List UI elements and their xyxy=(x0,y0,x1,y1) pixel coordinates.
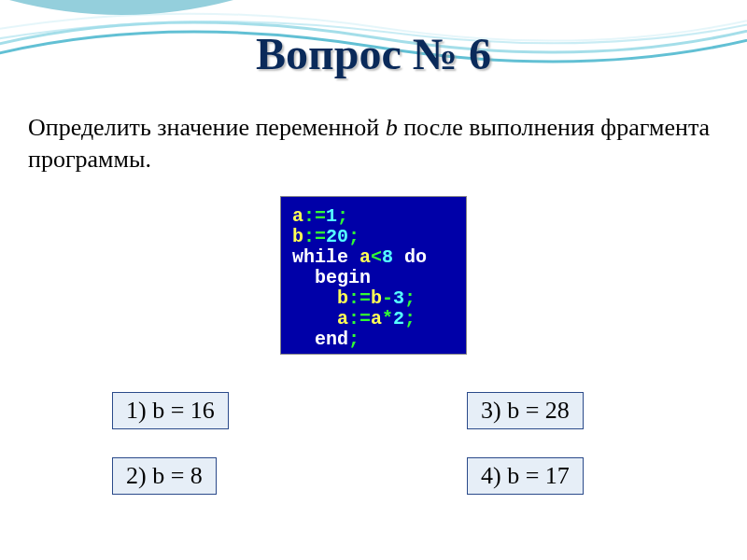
code-snippet: a:=1; b:=20; while a<8 do begin b:=b-3; … xyxy=(280,196,467,355)
code-line-5: b:=b-3; xyxy=(292,288,455,309)
code-line-3: while a<8 do xyxy=(292,247,455,268)
question-variable: b xyxy=(386,114,398,141)
code-line-7: end; xyxy=(292,329,455,350)
answer-option-4[interactable]: 4) b = 17 xyxy=(467,457,584,495)
answer-option-3[interactable]: 3) b = 28 xyxy=(467,392,584,429)
code-line-1: a:=1; xyxy=(292,206,455,227)
question-part1: Определить значение переменной xyxy=(28,114,386,141)
slide-title: Вопрос № 6 xyxy=(0,28,747,79)
code-line-4: begin xyxy=(292,268,455,288)
code-line-6: a:=a*2; xyxy=(292,309,455,329)
question-text: Определить значение переменной b после в… xyxy=(28,112,719,175)
answer-option-2[interactable]: 2) b = 8 xyxy=(112,457,217,495)
answer-option-1[interactable]: 1) b = 16 xyxy=(112,392,229,429)
code-line-2: b:=20; xyxy=(292,227,455,247)
